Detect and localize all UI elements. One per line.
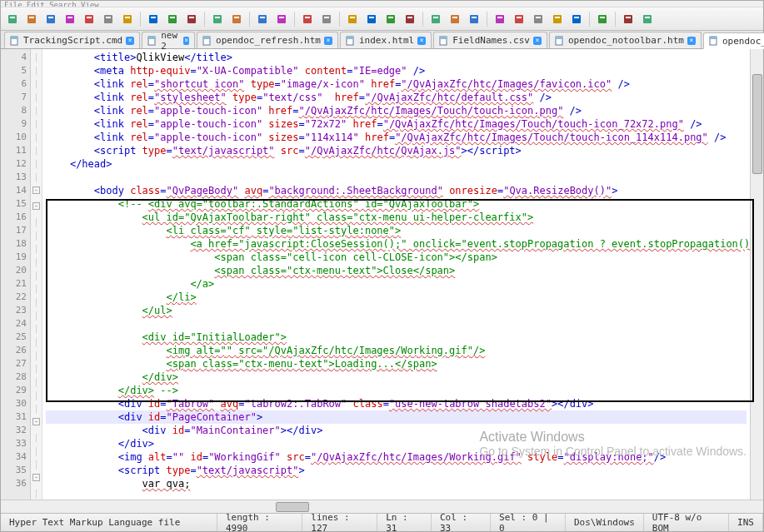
save-all-icon[interactable] xyxy=(62,11,78,27)
toolbar-separator xyxy=(294,12,295,27)
find-icon[interactable] xyxy=(254,11,271,27)
doc-map-icon[interactable] xyxy=(620,11,637,27)
code-line[interactable]: var qva; xyxy=(46,477,747,490)
close-tab-icon[interactable]: × xyxy=(126,37,134,45)
code-line[interactable]: <link rel="apple-touch-icon" sizes="114x… xyxy=(46,131,747,144)
unfold-icon[interactable] xyxy=(447,11,463,27)
hscroll-thumb[interactable] xyxy=(276,502,309,512)
close-tab-icon[interactable]: × xyxy=(533,37,542,45)
code-line[interactable] xyxy=(46,171,747,184)
code-line[interactable]: <div id="MainContainer"></div> xyxy=(46,424,747,437)
fold-icon[interactable] xyxy=(427,11,444,27)
code-line[interactable]: </li> xyxy=(46,291,747,304)
code-line[interactable]: <link rel="stylesheet" type="text/css" h… xyxy=(46,91,747,104)
code-line[interactable]: <div id="InitialLoader"> xyxy=(46,331,747,344)
play-icon[interactable] xyxy=(511,11,527,27)
fold-toggle[interactable]: - xyxy=(32,418,40,425)
line-number: 26 xyxy=(1,344,27,357)
code-line[interactable]: <a href="javascript:CloseSession();" onc… xyxy=(46,237,747,251)
save-icon[interactable] xyxy=(42,11,59,27)
open-icon[interactable] xyxy=(23,11,40,27)
code-line[interactable]: <span class="ctx-menu-text">Close</span> xyxy=(46,264,747,277)
code-line[interactable]: <link rel="apple-touch-icon" href="/QvAj… xyxy=(46,104,747,117)
code-line[interactable]: <div id="PageContainer"> xyxy=(46,410,747,424)
code-line[interactable]: </div> xyxy=(46,437,747,450)
code-line[interactable]: <body class="QvPageBody" avq="background… xyxy=(46,184,747,197)
fold-guide: | xyxy=(31,431,42,445)
copy-icon[interactable] xyxy=(164,11,181,27)
undo-icon[interactable] xyxy=(209,11,226,27)
record-icon[interactable] xyxy=(492,11,508,27)
repeat-icon[interactable] xyxy=(549,11,566,27)
indent-guide-icon[interactable] xyxy=(402,11,418,27)
fold-toggle[interactable]: - xyxy=(32,202,40,210)
svg-rect-63 xyxy=(11,37,17,39)
stop-icon[interactable] xyxy=(530,11,547,27)
code-line[interactable]: <img alt="" id="WorkingGif" src="/QvAjax… xyxy=(46,450,747,464)
function-list-icon[interactable] xyxy=(639,11,656,27)
file-tab[interactable]: FieldNames.csv× xyxy=(433,32,547,48)
file-tab[interactable]: opendoc_refresh.htm× xyxy=(197,32,338,48)
print-icon[interactable] xyxy=(119,11,136,27)
save-macro-icon[interactable] xyxy=(568,11,585,27)
file-tab[interactable]: opendoc_notoolbar.htm× xyxy=(703,32,764,49)
fold-toggle[interactable]: - xyxy=(32,186,40,194)
code-line[interactable]: <img alt="" src="/QvAjaxZfc/htc/Images/W… xyxy=(46,344,747,357)
code-line[interactable]: </ul> xyxy=(46,304,747,317)
vscroll-thumb[interactable] xyxy=(752,74,762,174)
zoom-out-icon[interactable] xyxy=(318,11,335,27)
horizontal-scrollbar[interactable] xyxy=(1,500,763,513)
file-tab[interactable]: new 2× xyxy=(142,32,195,48)
code-line[interactable]: <span class="cell-icon cell-CLOSE-icon">… xyxy=(46,251,747,264)
replace-icon[interactable] xyxy=(273,11,290,27)
cut-icon[interactable] xyxy=(145,11,162,27)
svg-rect-23 xyxy=(234,17,239,18)
spellcheck-icon[interactable] xyxy=(594,11,611,27)
sync-icon[interactable] xyxy=(344,11,361,27)
line-number: 23 xyxy=(1,304,27,317)
new-file-icon[interactable] xyxy=(4,11,21,27)
code-line[interactable]: </a> xyxy=(46,277,747,291)
close-tab-icon[interactable]: × xyxy=(687,37,696,45)
file-tab[interactable]: TrackingScript.cmd× xyxy=(4,32,140,48)
code-line[interactable]: <link rel="shortcut icon" type="image/x-… xyxy=(46,77,747,91)
svg-rect-16 xyxy=(168,15,177,23)
code-line[interactable]: <script type="text/javascript"> xyxy=(46,464,747,477)
code-line[interactable]: <title>QlikView</title> xyxy=(46,51,747,64)
hide-lines-icon[interactable] xyxy=(466,11,482,27)
whitespace-icon[interactable] xyxy=(382,11,399,27)
code-line[interactable]: <script type="text/javascript" src="/QvA… xyxy=(46,144,747,157)
code-view[interactable]: <title>QlikView</title> <meta http-equiv… xyxy=(42,49,750,500)
file-icon xyxy=(555,36,565,46)
code-line[interactable]: <span class="ctx-menu-text">Loading...</… xyxy=(46,357,747,370)
fold-toggle[interactable]: - xyxy=(32,474,40,481)
code-line[interactable]: </div> xyxy=(46,370,747,384)
code-line[interactable]: <ul id="QvAjaxToolbar-right" class="ctx-… xyxy=(46,211,747,224)
code-line[interactable]: <meta http-equiv="X-UA-Compatible" conte… xyxy=(46,64,747,77)
code-line[interactable]: <link rel="apple-touch-icon" sizes="72x7… xyxy=(46,117,747,131)
close-all-icon[interactable] xyxy=(100,11,117,27)
close-icon[interactable] xyxy=(81,11,97,27)
paste-icon[interactable] xyxy=(183,11,200,27)
code-line[interactable] xyxy=(46,317,747,331)
close-tab-icon[interactable]: × xyxy=(183,37,189,45)
close-tab-icon[interactable]: × xyxy=(417,37,426,45)
svg-rect-30 xyxy=(322,15,331,23)
zoom-in-icon[interactable] xyxy=(299,11,316,27)
file-tab[interactable]: opendoc_notoolbar.htm× xyxy=(549,32,702,48)
code-line[interactable]: </head> xyxy=(46,157,747,171)
wrap-icon[interactable] xyxy=(363,11,380,27)
status-length: length : 4990 xyxy=(217,514,302,531)
code-line[interactable]: <!-- <div avq="toolbar:.StandardActions"… xyxy=(46,197,747,211)
toolbar-separator xyxy=(204,12,205,27)
close-tab-icon[interactable]: × xyxy=(324,37,332,45)
tab-label: new 2 xyxy=(161,30,180,52)
code-line[interactable]: <div id="Tabrow" avq="tabrow2:.TabRow" c… xyxy=(46,397,747,410)
svg-rect-42 xyxy=(451,15,459,23)
code-line[interactable]: </div> --> xyxy=(46,384,747,397)
code-line[interactable]: <li class="cf" style="list-style:none"> xyxy=(46,224,747,237)
file-tab[interactable]: index.html× xyxy=(340,32,432,48)
svg-rect-36 xyxy=(387,15,395,23)
vertical-scrollbar[interactable] xyxy=(750,49,763,500)
redo-icon[interactable] xyxy=(228,11,245,27)
